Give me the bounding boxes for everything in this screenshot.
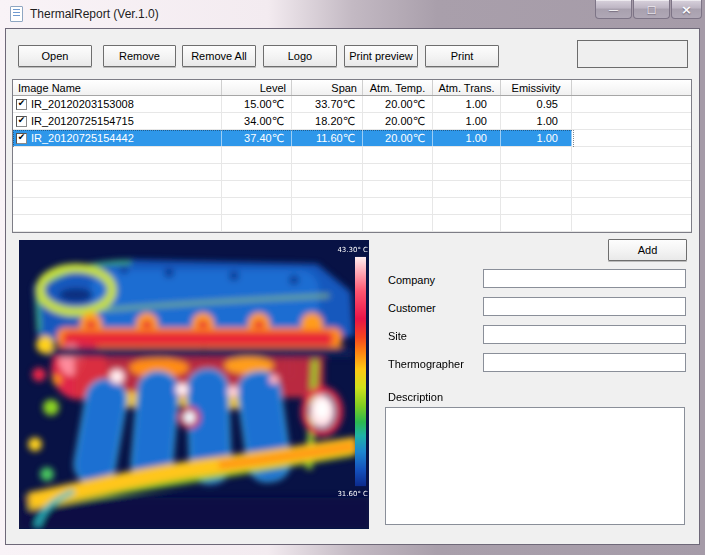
company-field[interactable]: [483, 269, 686, 288]
column-header-emissivity[interactable]: Emissivity: [501, 80, 572, 95]
check-icon: ✔: [18, 116, 26, 125]
customer-field[interactable]: [483, 297, 686, 316]
level-value: 37.40℃: [222, 130, 292, 146]
column-header-image-name[interactable]: Image Name: [13, 80, 222, 95]
emissivity-value: 1.00: [501, 130, 572, 146]
empty-row: [13, 147, 691, 164]
table-row[interactable]: ✔IR_20120725154715 34.00℃ 18.20℃ 20.00℃ …: [13, 113, 691, 130]
window-title: ThermalReport (Ver.1.0): [30, 7, 159, 21]
empty-row: [13, 198, 691, 215]
atm-temp-value: 20.00℃: [363, 96, 433, 112]
emissivity-value: 0.95: [501, 96, 572, 112]
empty-row: [13, 164, 691, 181]
scale-min-label: 31.60° C: [337, 490, 368, 498]
table-header: Image Name Level Span Atm. Temp. Atm. Tr…: [13, 80, 691, 96]
span-value: 11.60℃: [292, 130, 363, 146]
add-button[interactable]: Add: [608, 239, 687, 261]
column-header-span[interactable]: Span: [292, 80, 363, 95]
close-button[interactable]: ×: [671, 0, 702, 19]
check-icon: ✔: [18, 99, 26, 108]
scale-max-label: 43.30° C: [337, 246, 368, 254]
row-checkbox[interactable]: ✔: [16, 116, 27, 127]
description-field[interactable]: [385, 407, 685, 525]
customer-label: Customer: [388, 302, 436, 314]
app-document-icon[interactable]: [10, 6, 23, 22]
level-value: 34.00℃: [222, 113, 292, 129]
row-checkbox[interactable]: ✔: [16, 99, 27, 110]
level-value: 15.00℃: [222, 96, 292, 112]
thermographer-field[interactable]: [483, 353, 686, 372]
atm-temp-value: 20.00℃: [363, 130, 433, 146]
image-name: IR_20120725154715: [31, 115, 134, 127]
column-header-empty: [572, 80, 691, 95]
atm-temp-value: 20.00℃: [363, 113, 433, 129]
logo-button[interactable]: Logo: [263, 45, 337, 67]
check-icon: ✔: [18, 133, 26, 142]
open-button[interactable]: Open: [18, 45, 92, 67]
site-label: Site: [388, 330, 407, 342]
image-name: IR_20120203153008: [31, 98, 134, 110]
logo-preview-box: [577, 40, 688, 68]
titlebar[interactable]: ThermalReport (Ver.1.0) — □ ×: [0, 0, 705, 28]
window-controls: — □ ×: [594, 0, 702, 19]
site-field[interactable]: [483, 325, 686, 344]
temperature-scale-bar: [355, 257, 366, 486]
empty-row: [13, 215, 691, 232]
column-header-atm-trans[interactable]: Atm. Trans.: [433, 80, 501, 95]
empty-row: [13, 181, 691, 198]
remove-button[interactable]: Remove: [103, 45, 176, 67]
maximize-button[interactable]: □: [633, 0, 670, 19]
column-header-level[interactable]: Level: [222, 80, 292, 95]
maximize-icon: □: [647, 4, 656, 15]
minimize-button[interactable]: —: [595, 0, 632, 19]
minimize-icon: —: [609, 4, 619, 15]
row-checkbox[interactable]: ✔: [16, 133, 27, 144]
atm-trans-value: 1.00: [433, 113, 501, 129]
remove-all-button[interactable]: Remove All: [182, 45, 256, 67]
span-value: 33.70℃: [292, 96, 363, 112]
company-label: Company: [388, 274, 435, 286]
description-label: Description: [388, 391, 443, 403]
thermographer-label: Thermographer: [388, 358, 464, 370]
span-value: 18.20℃: [292, 113, 363, 129]
emissivity-value: 1.00: [501, 113, 572, 129]
table-row-selected[interactable]: ✔IR_20120725154442 37.40℃ 11.60℃ 20.00℃ …: [13, 130, 691, 147]
print-button[interactable]: Print: [425, 45, 499, 67]
close-icon: ×: [681, 2, 692, 17]
thermal-image: 43.30° C 31.60° C: [19, 240, 369, 529]
image-name: IR_20120725154442: [31, 132, 134, 144]
image-list-table: Image Name Level Span Atm. Temp. Atm. Tr…: [12, 79, 692, 233]
atm-trans-value: 1.00: [433, 96, 501, 112]
atm-trans-value: 1.00: [433, 130, 501, 146]
print-preview-button[interactable]: Print preview: [344, 45, 418, 67]
column-header-atm-temp[interactable]: Atm. Temp.: [363, 80, 433, 95]
table-row[interactable]: ✔IR_20120203153008 15.00℃ 33.70℃ 20.00℃ …: [13, 96, 691, 113]
